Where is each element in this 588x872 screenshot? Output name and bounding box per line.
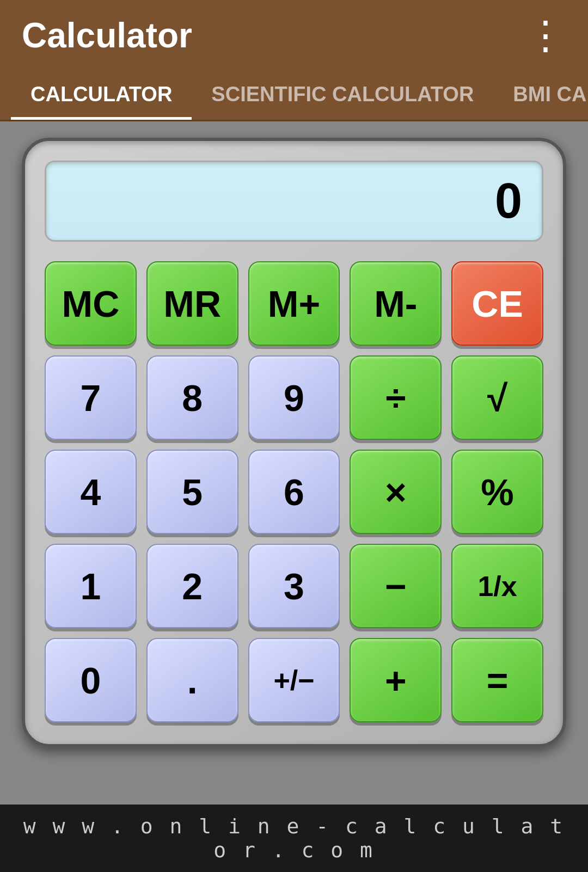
zero-button[interactable]: 0 (45, 638, 137, 722)
calculator-wrapper: 0 MC MR M+ M- CE 7 8 9 ÷ √ 4 (0, 121, 588, 805)
two-button[interactable]: 2 (146, 544, 238, 628)
mc-button[interactable]: MC (45, 261, 137, 346)
multiply-button[interactable]: × (350, 450, 442, 534)
divide-button[interactable]: ÷ (350, 355, 442, 440)
six-button[interactable]: 6 (248, 450, 340, 534)
button-row-1: MC MR M+ M- CE (45, 261, 543, 346)
display: 0 (45, 161, 543, 242)
button-row-4: 1 2 3 − 1/x (45, 544, 543, 628)
reciprocal-button[interactable]: 1/x (451, 544, 543, 628)
decimal-button[interactable]: . (146, 638, 238, 722)
button-grid: MC MR M+ M- CE 7 8 9 ÷ √ 4 5 6 × % (45, 261, 543, 722)
tab-bar: CALCULATOR SCIENTIFIC CALCULATOR BMI CAL… (0, 71, 588, 121)
mr-button[interactable]: MR (146, 261, 238, 346)
eight-button[interactable]: 8 (146, 355, 238, 440)
button-row-3: 4 5 6 × % (45, 450, 543, 534)
more-icon[interactable]: ⋮ (526, 23, 566, 47)
tab-bmi[interactable]: BMI CALCULA (493, 71, 588, 120)
calculator-body: 0 MC MR M+ M- CE 7 8 9 ÷ √ 4 (22, 138, 566, 747)
tab-calculator[interactable]: CALCULATOR (11, 71, 192, 120)
equals-button[interactable]: = (451, 638, 543, 722)
five-button[interactable]: 5 (146, 450, 238, 534)
app-bar: Calculator ⋮ (0, 0, 588, 71)
mminus-button[interactable]: M- (350, 261, 442, 346)
mplus-button[interactable]: M+ (248, 261, 340, 346)
display-value: 0 (495, 173, 522, 229)
negate-button[interactable]: +/− (248, 638, 340, 722)
four-button[interactable]: 4 (45, 450, 137, 534)
app-title: Calculator (22, 15, 192, 56)
tab-scientific[interactable]: SCIENTIFIC CALCULATOR (192, 71, 493, 120)
subtract-button[interactable]: − (350, 544, 442, 628)
footer-text: w w w . o n l i n e - c a l c u l a t o … (23, 814, 565, 862)
seven-button[interactable]: 7 (45, 355, 137, 440)
one-button[interactable]: 1 (45, 544, 137, 628)
footer: w w w . o n l i n e - c a l c u l a t o … (0, 805, 588, 872)
nine-button[interactable]: 9 (248, 355, 340, 440)
add-button[interactable]: + (350, 638, 442, 722)
three-button[interactable]: 3 (248, 544, 340, 628)
percent-button[interactable]: % (451, 450, 543, 534)
button-row-5: 0 . +/− + = (45, 638, 543, 722)
button-row-2: 7 8 9 ÷ √ (45, 355, 543, 440)
sqrt-button[interactable]: √ (451, 355, 543, 440)
ce-button[interactable]: CE (451, 261, 543, 346)
